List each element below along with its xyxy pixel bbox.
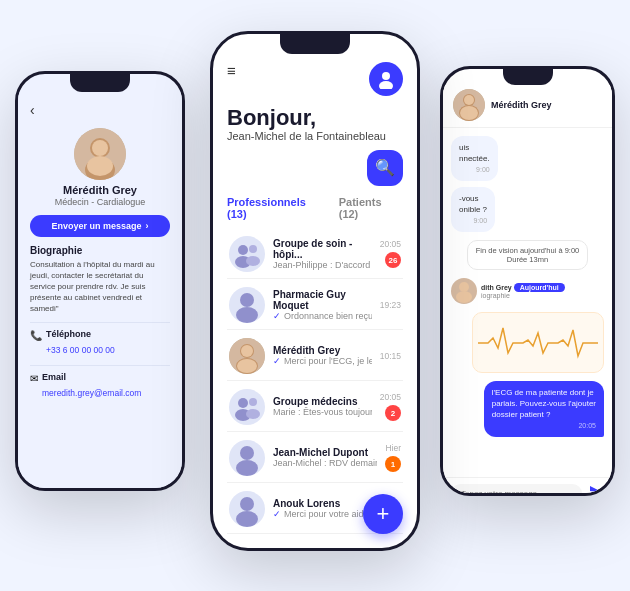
svg-point-9 (249, 245, 257, 253)
svg-point-12 (236, 307, 258, 323)
avatar (74, 128, 126, 180)
sender-name: dith Grey Aujourd'hui (481, 283, 565, 292)
person-photo-icon (229, 338, 265, 374)
phone-left: ‹ Mérédith Grey Médecin - Cardialogue En… (15, 71, 185, 491)
phones-container: ‹ Mérédith Grey Médecin - Cardialogue En… (5, 11, 625, 581)
chat-item[interactable]: Groupe de soin - hôpi... Jean-Philippe :… (227, 230, 403, 279)
check-icon: ✓ (273, 356, 281, 366)
person-icon (229, 491, 265, 527)
svg-point-4 (87, 156, 113, 176)
svg-point-16 (241, 345, 253, 357)
tab-patients[interactable]: Patients (12) (339, 196, 403, 220)
phone-center: ≡ Bonjour, Jean-Michel de la Fontaineble… (210, 31, 420, 551)
bio-section: Biographie Consultation à l'hôpital du m… (30, 245, 170, 315)
center-phone-content: ≡ Bonjour, Jean-Michel de la Fontaineble… (213, 54, 417, 548)
message-bubble: l'ECG de ma patiente dont jeparlais. Pou… (484, 381, 604, 437)
email-contact: ✉ Email meredith.grey@email.com (30, 365, 170, 400)
group-icon (229, 236, 265, 272)
chat-item[interactable]: Pharmacie Guy Moquet ✓ Ordonnance bien r… (227, 281, 403, 330)
email-label: Email (42, 372, 141, 382)
chat-item[interactable]: Jean-Michel Dupont Jean-Michel : RDV dem… (227, 434, 403, 483)
message-bubble: uisnnectée. 9:00 (451, 136, 498, 181)
doctor-specialty: Médecin - Cardialogue (30, 197, 170, 207)
email-icon: ✉ (30, 373, 38, 384)
notification-banner: Fin de vision aujourd'hui à 9:00Durée 13… (467, 240, 589, 270)
right-header: Mérédith Grey (443, 85, 612, 128)
check-icon: ✓ (273, 311, 281, 321)
svg-point-5 (382, 72, 390, 80)
chat-messages: uisnnectée. 9:00 -vousonible ? 9:00 Fin … (443, 128, 612, 477)
svg-point-18 (238, 398, 248, 408)
chat-item[interactable]: Mérédith Grey ✓ Merci pour l'ECG, je le … (227, 332, 403, 381)
sender-sub: iographie (481, 292, 565, 299)
svg-point-20 (249, 398, 257, 406)
doctor-avatar-icon (453, 89, 485, 121)
doctor-name: Mérédith Grey (30, 184, 170, 196)
phone-right: Mérédith Grey uisnnectée. 9:00 -vousonib… (440, 66, 615, 496)
svg-point-30 (460, 106, 478, 120)
ecg-chart (478, 318, 598, 363)
person-icon (229, 440, 265, 476)
person-icon (229, 287, 265, 323)
svg-point-22 (240, 446, 254, 460)
fab-button[interactable]: + (363, 494, 403, 534)
hamburger-icon[interactable]: ≡ (227, 62, 236, 79)
chat-avatar (229, 338, 265, 374)
center-header: ≡ (227, 62, 403, 96)
ecg-block (472, 312, 604, 373)
bio-text: Consultation à l'hôpital du mardi au jeu… (30, 259, 170, 315)
phone-contact: 📞 Téléphone +33 6 00 00 00 00 (30, 322, 170, 357)
tabs-row: Professionnels (13) Patients (12) (227, 196, 403, 220)
greeting-sub: Jean-Michel de la Fontainebleau (227, 130, 403, 142)
svg-point-33 (456, 291, 472, 303)
bio-title: Biographie (30, 245, 170, 256)
svg-point-29 (464, 95, 474, 105)
message-bubble: -vousonible ? 9:00 (451, 187, 495, 232)
phone-icon: 📞 (30, 330, 42, 341)
right-avatar (453, 89, 485, 121)
notch-right (503, 69, 553, 85)
svg-point-32 (459, 282, 469, 292)
svg-point-6 (379, 81, 393, 89)
group-icon (229, 389, 265, 425)
svg-point-24 (240, 497, 254, 511)
notch-left (70, 74, 130, 92)
right-phone-content: Mérédith Grey uisnnectée. 9:00 -vousonib… (443, 85, 612, 496)
user-avatar-button[interactable] (369, 62, 403, 96)
send-button[interactable] (588, 484, 604, 496)
chat-avatar (229, 287, 265, 323)
svg-point-23 (236, 460, 258, 476)
small-avatar-icon (451, 278, 477, 304)
notch-center (280, 34, 350, 54)
svg-point-21 (246, 409, 260, 419)
phone-value[interactable]: +33 6 00 00 00 00 (46, 345, 115, 355)
search-bar: 🔍 (227, 150, 403, 186)
right-input-area (443, 477, 612, 496)
right-doctor-name: Mérédith Grey (491, 100, 552, 110)
tab-professionnels[interactable]: Professionnels (13) (227, 196, 327, 220)
svg-rect-34 (478, 318, 598, 363)
check-icon: ✓ (273, 509, 281, 519)
svg-point-17 (237, 359, 257, 373)
svg-point-10 (246, 256, 260, 266)
chat-item[interactable]: Groupe médecins Marie : Êtes-vous toujou… (227, 383, 403, 432)
svg-point-7 (238, 245, 248, 255)
chat-avatar (229, 440, 265, 476)
chat-avatar (229, 491, 265, 527)
today-row: dith Grey Aujourd'hui iographie (451, 278, 565, 304)
back-button[interactable]: ‹ (30, 98, 170, 122)
profile-section: Mérédith Grey Médecin - Cardialogue (30, 128, 170, 207)
send-icon (588, 484, 604, 496)
svg-point-11 (240, 293, 254, 307)
email-value[interactable]: meredith.grey@email.com (42, 388, 141, 398)
search-button[interactable]: 🔍 (367, 150, 403, 186)
svg-point-25 (236, 511, 258, 527)
user-icon (376, 69, 396, 89)
chat-avatar (229, 389, 265, 425)
svg-point-3 (92, 140, 108, 156)
message-input[interactable] (451, 484, 582, 496)
phone-label: Téléphone (46, 329, 115, 339)
left-phone-content: ‹ Mérédith Grey Médecin - Cardialogue En… (18, 92, 182, 491)
send-message-button[interactable]: Envoyer un message › (30, 215, 170, 237)
chat-list: Groupe de soin - hôpi... Jean-Philippe :… (227, 230, 403, 540)
